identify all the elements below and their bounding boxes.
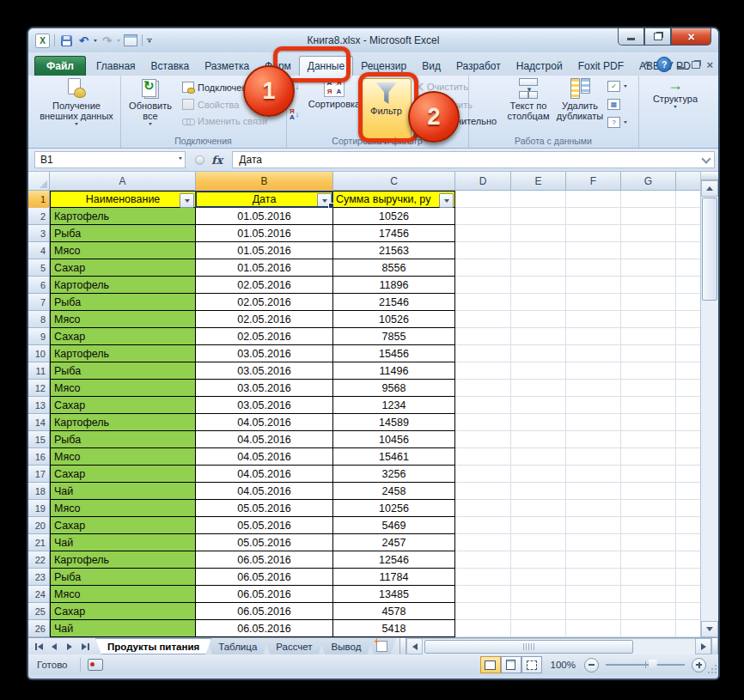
empty-cell[interactable] [621,414,676,431]
empty-cell[interactable] [511,414,566,431]
empty-cell[interactable] [455,448,511,466]
empty-cell[interactable] [621,586,676,603]
row-header[interactable]: 13 [28,397,50,414]
column-header-A[interactable]: A [50,172,196,191]
sum-cell[interactable]: 5418 [333,620,455,637]
sum-cell[interactable]: 11496 [333,362,455,380]
ribbon-tab-вставка[interactable]: Вставка [143,57,198,76]
empty-cell[interactable] [455,294,511,311]
empty-cell[interactable] [566,569,621,586]
header-cell-name[interactable]: Наименование [50,191,196,208]
sum-cell[interactable]: 9568 [333,380,455,397]
date-cell[interactable]: 01.05.2016 [196,208,333,225]
product-cell[interactable]: Сахар [50,517,196,534]
sum-cell[interactable]: 10526 [333,311,455,328]
empty-cell[interactable] [511,448,566,466]
filter-dropdown-button[interactable] [439,193,454,208]
empty-cell[interactable] [511,534,566,551]
row-header[interactable]: 12 [28,380,50,397]
empty-cell[interactable] [676,466,701,483]
workbook-restore-icon[interactable] [692,61,700,69]
empty-cell[interactable] [676,208,701,225]
empty-cell[interactable] [676,191,701,208]
empty-cell[interactable] [621,277,676,294]
product-cell[interactable]: Мясо [50,586,196,603]
row-header[interactable]: 3 [28,225,50,242]
empty-cell[interactable] [621,380,676,397]
normal-view-button[interactable] [480,656,501,673]
column-header-G[interactable]: G [621,172,676,191]
empty-cell[interactable] [511,483,566,500]
empty-cell[interactable] [511,242,566,259]
date-cell[interactable]: 04.05.2016 [196,448,333,466]
formula-input[interactable]: Дата [232,151,715,168]
sum-cell[interactable]: 11896 [333,277,455,294]
empty-cell[interactable] [566,191,621,208]
sum-cell[interactable]: 10256 [333,500,455,517]
row-header[interactable]: 1 [28,191,50,208]
page-break-view-button[interactable] [521,656,542,673]
outline-button[interactable]: → Структура [647,78,704,108]
empty-cell[interactable] [621,431,676,448]
empty-cell[interactable] [621,397,676,414]
empty-cell[interactable] [621,362,676,380]
product-cell[interactable]: Картофель [50,208,196,225]
empty-cell[interactable] [455,414,511,431]
undo-button[interactable]: ↶ [76,33,91,48]
ribbon-tab-главная[interactable]: Главная [88,57,143,76]
sheet-tab-таблица[interactable]: Таблица [206,638,269,654]
hscroll-left-button[interactable] [406,638,423,654]
ribbon-tab-вид[interactable]: Вид [414,57,448,76]
empty-cell[interactable] [511,517,566,534]
sum-cell[interactable]: 13485 [333,586,455,603]
sheet-tab-рассчет[interactable]: Рассчет [264,638,324,654]
sum-cell[interactable]: 12546 [333,551,455,569]
help-icon[interactable]: ? [656,57,672,72]
date-cell[interactable]: 04.05.2016 [196,414,333,431]
sum-cell[interactable]: 10456 [333,431,455,448]
product-cell[interactable]: Картофель [50,345,196,362]
refresh-all-button[interactable]: ↻ Обновить все [125,78,176,125]
date-cell[interactable]: 05.05.2016 [196,517,333,534]
empty-cell[interactable] [676,603,701,620]
zoom-level[interactable]: 100% [551,660,576,670]
empty-cell[interactable] [566,431,621,448]
ribbon-tab-разметка[interactable]: Разметка [197,57,257,76]
empty-cell[interactable] [621,500,676,517]
header-cell-date[interactable]: Дата [196,191,333,208]
remove-duplicates-button[interactable]: Удалить дубликаты [554,78,606,121]
sum-cell[interactable]: 15456 [333,345,455,362]
empty-cell[interactable] [511,620,566,637]
product-cell[interactable]: Сахар [50,466,196,483]
last-sheet-button[interactable] [78,640,92,653]
excel-logo-icon[interactable]: X [35,33,50,48]
ribbon-tab-foxit-pdf[interactable]: Foxit PDF [570,57,631,76]
empty-cell[interactable] [676,569,701,586]
empty-cell[interactable] [566,242,621,259]
product-cell[interactable]: Мясо [50,242,196,259]
sheet-tab-продукты-питания[interactable]: Продукты питания [95,638,211,654]
date-cell[interactable]: 06.05.2016 [196,551,333,569]
save-button[interactable] [59,33,74,48]
empty-cell[interactable] [566,603,621,620]
empty-cell[interactable] [566,414,621,431]
empty-cell[interactable] [621,208,676,225]
empty-cell[interactable] [455,259,511,277]
workbook-close-icon[interactable]: × [706,59,713,70]
text-to-columns-button[interactable]: ▼ Текст по столбцам [503,78,554,121]
sum-cell[interactable]: 14589 [333,414,455,431]
empty-cell[interactable] [676,414,701,431]
get-external-data-button[interactable]: Получение внешних данных [36,78,117,125]
empty-cell[interactable] [566,448,621,466]
empty-cell[interactable] [566,225,621,242]
date-cell[interactable]: 04.05.2016 [196,431,333,448]
empty-cell[interactable] [566,517,621,534]
date-cell[interactable]: 02.05.2016 [196,294,333,311]
sum-cell[interactable]: 17456 [333,225,455,242]
empty-cell[interactable] [455,603,511,620]
empty-cell[interactable] [455,551,511,569]
empty-cell[interactable] [511,191,566,208]
sum-cell[interactable]: 2457 [333,534,455,551]
empty-cell[interactable] [455,466,511,483]
empty-cell[interactable] [676,242,701,259]
